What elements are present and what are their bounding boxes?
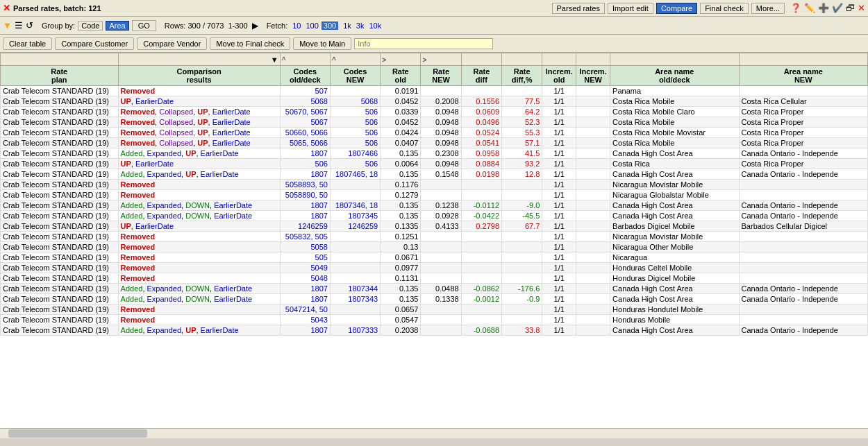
cell-rate-plan: Crab Telecom STANDARD (19) — [1, 263, 119, 273]
filter-comparison[interactable]: ▼ — [118, 53, 280, 66]
table-row[interactable]: Crab Telecom STANDARD (19)Removed50580.1… — [1, 242, 868, 252]
filter-area-old[interactable] — [610, 53, 739, 66]
header-rate-old[interactable]: Rateold — [381, 66, 421, 86]
compare-customer-button[interactable]: Compare Customer — [55, 37, 134, 50]
fetch-10k[interactable]: 10k — [369, 22, 381, 30]
filter-incr-new[interactable] — [576, 53, 610, 66]
compare-vendor-button[interactable]: Compare Vendor — [137, 37, 207, 50]
header-rate-diff-pct[interactable]: Ratediff,% — [502, 66, 542, 86]
filter-incr-old[interactable] — [542, 53, 576, 66]
fetch-100[interactable]: 100 — [306, 22, 318, 30]
filter-rate-diff-pct[interactable] — [502, 53, 542, 66]
header-area-old[interactable]: Area nameold/deck — [610, 66, 739, 86]
filter-codes-new[interactable]: ^ — [330, 53, 380, 66]
plus-icon[interactable]: ➕ — [818, 3, 829, 13]
go-button[interactable]: GO — [132, 20, 156, 31]
group-code-badge[interactable]: Code — [78, 21, 103, 31]
cell-rate-new: 0.4133 — [421, 221, 461, 232]
info-input[interactable] — [354, 38, 493, 49]
table-row[interactable]: Crab Telecom STANDARD (19)UP, EarlierDat… — [1, 221, 868, 232]
move-to-final-check-button[interactable]: Move to Final check — [210, 37, 290, 50]
filter-codes-old[interactable]: ^ — [280, 53, 330, 66]
header-rate-diff[interactable]: Ratediff — [461, 66, 501, 86]
group-area-badge[interactable]: Area — [106, 21, 128, 31]
table-row[interactable]: Crab Telecom STANDARD (19)Added, Expande… — [1, 169, 868, 180]
table-row[interactable]: Crab Telecom STANDARD (19)Removed505832,… — [1, 232, 868, 242]
move-to-main-button[interactable]: Move to Main — [293, 37, 351, 50]
table-row[interactable]: Crab Telecom STANDARD (19)Removed5050.06… — [1, 252, 868, 263]
refresh-icon[interactable]: ↺ — [26, 20, 33, 31]
table-row[interactable]: Crab Telecom STANDARD (19)Added, Expande… — [1, 148, 868, 159]
fetch-3k[interactable]: 3k — [356, 22, 365, 30]
table-row[interactable]: Crab Telecom STANDARD (19)Added, Expande… — [1, 294, 868, 305]
table-row[interactable]: Crab Telecom STANDARD (19)Removed5058893… — [1, 180, 868, 190]
nav-import-edit[interactable]: Import edit — [608, 3, 653, 14]
cell-comparison: Removed — [118, 263, 280, 273]
cell-rate-plan: Crab Telecom STANDARD (19) — [1, 273, 119, 284]
header-comparison[interactable]: Comparisonresults — [118, 66, 280, 86]
filter-rate-diff[interactable] — [461, 53, 501, 66]
close-icon[interactable]: ✕ — [3, 3, 10, 13]
table-row[interactable]: Crab Telecom STANDARD (19)Removed, Colla… — [1, 117, 868, 128]
cell-rate-diff-pct: -45.5 — [502, 211, 542, 221]
table-row[interactable]: Crab Telecom STANDARD (19)Added, Expande… — [1, 284, 868, 294]
header-area-new[interactable]: Area nameNEW — [739, 66, 867, 86]
table-row[interactable]: Crab Telecom STANDARD (19)Removed50430.0… — [1, 315, 868, 325]
columns-icon[interactable]: ☰ — [15, 20, 23, 31]
filter-rate-new[interactable]: > — [421, 53, 461, 66]
cell-rate-new — [421, 180, 461, 190]
cell-codes-old: 1807 — [280, 211, 330, 221]
table-row[interactable]: Crab Telecom STANDARD (19)Removed50490.0… — [1, 263, 868, 273]
next-page-icon[interactable]: ▶ — [252, 21, 258, 31]
nav-final-check[interactable]: Final check — [700, 3, 749, 14]
horizontal-scrollbar[interactable] — [8, 429, 147, 438]
cell-rate-old: 0.0547 — [381, 315, 421, 325]
check-icon[interactable]: ✔️ — [832, 3, 843, 13]
window-icon[interactable]: 🗗 — [846, 3, 855, 13]
table-container: ▼ ^ ^ > > Rateplan Comparisonresults Cod… — [0, 53, 868, 428]
cell-rate-diff-pct: -0.9 — [502, 294, 542, 305]
table-row[interactable]: Crab Telecom STANDARD (19)Removed5070.01… — [1, 86, 868, 96]
table-row[interactable]: Crab Telecom STANDARD (19)Removed, Colla… — [1, 128, 868, 138]
nav-compare[interactable]: Compare — [656, 3, 697, 14]
table-row[interactable]: Crab Telecom STANDARD (19)Added, Expande… — [1, 325, 868, 336]
table-row[interactable]: Crab Telecom STANDARD (19)Removed, Colla… — [1, 107, 868, 117]
dropdown-icon[interactable]: ▼ — [271, 55, 278, 64]
table-row[interactable]: Crab Telecom STANDARD (19)Removed5047214… — [1, 305, 868, 315]
table-row[interactable]: Crab Telecom STANDARD (19)UP, EarlierDat… — [1, 96, 868, 107]
filter-rate-old[interactable]: > — [381, 53, 421, 66]
header-incr-old[interactable]: Increm.old — [542, 66, 576, 86]
cell-area-new: Canada Ontario - Independe — [739, 294, 867, 305]
table-row[interactable]: Crab Telecom STANDARD (19)Removed50480.1… — [1, 273, 868, 284]
table-row[interactable]: Crab Telecom STANDARD (19)Removed, Colla… — [1, 138, 868, 148]
cell-codes-new: 1807344 — [330, 284, 380, 294]
cell-rate-diff-pct — [502, 180, 542, 190]
cell-rate-new — [421, 273, 461, 284]
table-row[interactable]: Crab Telecom STANDARD (19)UP, EarlierDat… — [1, 159, 868, 169]
filter-rate-plan[interactable] — [1, 53, 119, 66]
nav-more[interactable]: More... — [751, 3, 785, 14]
help-icon[interactable]: ❓ — [790, 3, 801, 13]
nav-parsed-rates[interactable]: Parsed rates — [552, 3, 605, 14]
cell-area-new: Costa Rica Cellular — [739, 96, 867, 107]
fetch-300[interactable]: 300 — [322, 22, 338, 30]
filter-area-new[interactable] — [739, 53, 867, 66]
table-row[interactable]: Crab Telecom STANDARD (19)Added, Expande… — [1, 211, 868, 221]
filter-icon[interactable]: ▼ — [3, 20, 12, 31]
clear-table-button[interactable]: Clear table — [3, 37, 52, 50]
edit-icon[interactable]: ✏️ — [804, 3, 815, 13]
fetch-10[interactable]: 10 — [292, 22, 301, 30]
table-row[interactable]: Crab Telecom STANDARD (19)Added, Expande… — [1, 200, 868, 211]
header-rate-plan[interactable]: Rateplan — [1, 66, 119, 86]
header-rate-new[interactable]: RateNEW — [421, 66, 461, 86]
table-row[interactable]: Crab Telecom STANDARD (19)Removed5058890… — [1, 190, 868, 200]
header-codes-new[interactable]: CodesNEW — [330, 66, 380, 86]
close-window-icon[interactable]: ✕ — [858, 3, 865, 13]
nav-buttons: Parsed rates Import edit Compare Final c… — [552, 3, 865, 14]
header-codes-old[interactable]: Codesold/deck — [280, 66, 330, 86]
header-incr-new[interactable]: Increm.NEW — [576, 66, 610, 86]
cell-codes-new: 506 — [330, 128, 380, 138]
fetch-1k[interactable]: 1k — [343, 22, 351, 30]
cell-area-new: Canada Ontario - Independe — [739, 148, 867, 159]
cell-rate-new: 0.0948 — [421, 128, 461, 138]
